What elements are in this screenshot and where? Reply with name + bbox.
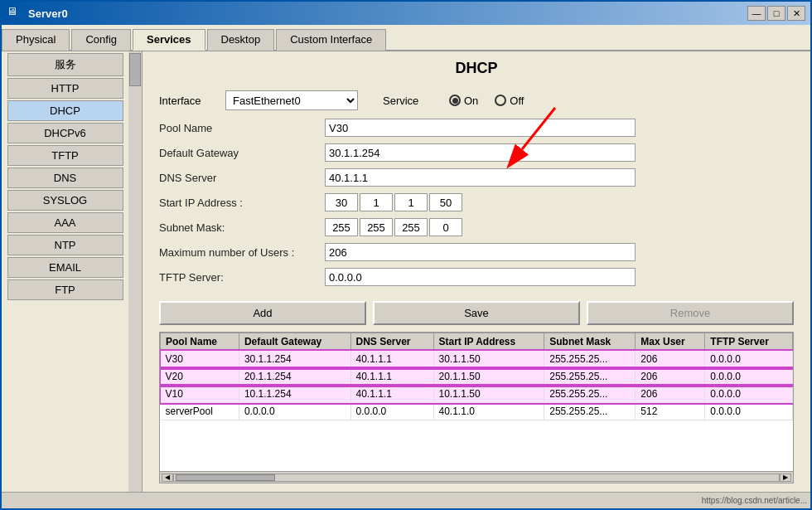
- table-cell-3-0: serverPool: [161, 403, 239, 420]
- add-button[interactable]: Add: [159, 301, 366, 325]
- panel-title: DHCP: [159, 60, 794, 77]
- table-cell-0-3: 30.1.1.50: [433, 351, 544, 368]
- max-users-label: Maximum number of Users :: [159, 246, 325, 259]
- scroll-track[interactable]: [173, 474, 780, 482]
- table-cell-0-1: 30.1.1.254: [239, 351, 350, 368]
- pool-name-input[interactable]: [325, 119, 636, 137]
- tab-physical[interactable]: Physical: [2, 29, 70, 51]
- main-panel: DHCP Interface FastEthernet0 Service On …: [143, 51, 810, 492]
- window: 🖥 Server0 — □ ✕ Physical Config Services…: [0, 0, 812, 510]
- sidebar-item-http[interactable]: HTTP: [7, 78, 123, 99]
- table-header-row: Pool Name Default Gateway DNS Server Sta…: [161, 333, 793, 351]
- remove-button[interactable]: Remove: [587, 301, 794, 325]
- window-title: Server0: [28, 7, 747, 20]
- table-row[interactable]: V1010.1.1.25440.1.1.110.1.1.50255.255.25…: [161, 386, 793, 403]
- maximize-button[interactable]: □: [767, 6, 785, 21]
- tftp-server-row: TFTP Server:: [159, 268, 794, 286]
- table-cell-1-4: 255.255.25...: [544, 368, 636, 386]
- radio-on[interactable]: On: [449, 95, 478, 107]
- tftp-server-input[interactable]: [325, 268, 636, 286]
- sidebar-item-aaa[interactable]: AAA: [7, 212, 123, 233]
- scroll-thumb[interactable]: [176, 474, 275, 481]
- default-gateway-input[interactable]: [325, 143, 636, 162]
- table-cell-1-2: 40.1.1.1: [350, 368, 433, 386]
- sidebar-inner: 服务 HTTP DHCP DHCPv6 TFTP DNS SYSLOG AAA …: [2, 51, 142, 492]
- start-ip-part1[interactable]: [325, 193, 358, 211]
- subnet-mask-part2[interactable]: [360, 218, 393, 236]
- window-icon: 🖥: [7, 5, 23, 22]
- radio-group: On Off: [449, 95, 524, 107]
- start-ip-part2[interactable]: [360, 193, 393, 211]
- subnet-mask-part3[interactable]: [394, 218, 428, 236]
- col-max-user: Max User: [636, 333, 705, 351]
- content-area: 服务 HTTP DHCP DHCPv6 TFTP DNS SYSLOG AAA …: [2, 51, 810, 492]
- col-tftp-server: TFTP Server: [705, 333, 793, 351]
- dhcp-table: Pool Name Default Gateway DNS Server Sta…: [160, 333, 793, 420]
- table-cell-2-6: 0.0.0.0: [705, 386, 793, 403]
- default-gateway-label: Default Gateway: [159, 147, 325, 159]
- table-cell-3-5: 512: [636, 403, 705, 420]
- tab-services[interactable]: Services: [133, 29, 205, 51]
- table-cell-1-1: 20.1.1.254: [239, 368, 350, 386]
- table-cell-3-1: 0.0.0.0: [239, 403, 350, 420]
- radio-off-label: Off: [510, 95, 524, 107]
- interface-row: Interface FastEthernet0 Service On Off: [159, 90, 794, 110]
- sidebar-item-dns[interactable]: DNS: [7, 168, 123, 188]
- tab-config[interactable]: Config: [71, 29, 131, 51]
- sidebar-item-dhcpv6[interactable]: DHCPv6: [7, 123, 123, 143]
- scroll-left-btn[interactable]: ◀: [162, 474, 173, 482]
- table-row[interactable]: serverPool0.0.0.00.0.0.040.1.1.0255.255.…: [161, 403, 793, 420]
- title-bar: 🖥 Server0 — □ ✕: [2, 2, 810, 25]
- default-gateway-row: Default Gateway: [159, 143, 794, 162]
- save-button[interactable]: Save: [373, 301, 580, 325]
- sidebar-item-tftp[interactable]: TFTP: [7, 145, 123, 166]
- sidebar-item-email[interactable]: EMAIL: [7, 257, 123, 278]
- interface-label: Interface: [159, 95, 225, 107]
- start-ip-part3[interactable]: [394, 193, 428, 211]
- sidebar-item-syslog[interactable]: SYSLOG: [7, 190, 123, 211]
- table-scroll-area[interactable]: Pool Name Default Gateway DNS Server Sta…: [160, 333, 793, 471]
- subnet-mask-part1[interactable]: [325, 218, 358, 236]
- sidebar-scrollbar[interactable]: [128, 51, 142, 492]
- table-cell-0-6: 0.0.0.0: [705, 351, 793, 368]
- service-label: Service: [383, 95, 441, 107]
- table-row[interactable]: V3030.1.1.25440.1.1.130.1.1.50255.255.25…: [161, 351, 793, 368]
- sidebar-item-ftp[interactable]: FTP: [7, 279, 123, 300]
- start-ip-label: Start IP Address :: [159, 197, 325, 209]
- horizontal-scrollbar[interactable]: ◀ ▶: [160, 471, 793, 483]
- max-users-input[interactable]: [325, 243, 636, 261]
- col-dns-server: DNS Server: [350, 333, 433, 351]
- dns-server-input[interactable]: [325, 168, 636, 187]
- minimize-button[interactable]: —: [747, 6, 766, 21]
- table-cell-1-5: 206: [636, 368, 705, 386]
- start-ip-part4[interactable]: [429, 193, 462, 211]
- table-row[interactable]: V2020.1.1.25440.1.1.120.1.1.50255.255.25…: [161, 368, 793, 386]
- col-default-gateway: Default Gateway: [239, 333, 350, 351]
- table-cell-2-5: 206: [636, 386, 705, 403]
- action-buttons: Add Save Remove: [159, 301, 794, 325]
- scroll-right-btn[interactable]: ▶: [780, 474, 791, 482]
- pool-name-row: Pool Name: [159, 119, 794, 137]
- radio-off[interactable]: Off: [495, 95, 524, 107]
- close-button[interactable]: ✕: [787, 6, 805, 21]
- table-cell-3-4: 255.255.25...: [544, 403, 636, 420]
- subnet-mask-part4[interactable]: [429, 218, 462, 236]
- table-cell-3-6: 0.0.0.0: [705, 403, 793, 420]
- sidebar-item-ntp[interactable]: NTP: [7, 235, 123, 255]
- status-url: https://blog.csdn.net/article...: [702, 496, 807, 505]
- subnet-mask-label: Subnet Mask:: [159, 221, 325, 234]
- interface-select[interactable]: FastEthernet0: [225, 90, 358, 110]
- sidebar-scroll-thumb[interactable]: [129, 53, 141, 86]
- radio-off-circle[interactable]: [495, 95, 506, 106]
- start-ip-row: Start IP Address :: [159, 193, 794, 211]
- radio-on-circle[interactable]: [449, 95, 461, 106]
- col-pool-name: Pool Name: [161, 333, 239, 351]
- table-cell-0-5: 206: [636, 351, 705, 368]
- table-cell-2-3: 10.1.1.50: [433, 386, 544, 403]
- tftp-server-label: TFTP Server:: [159, 271, 325, 284]
- sidebar-item-services-top[interactable]: 服务: [7, 53, 123, 76]
- tab-desktop[interactable]: Desktop: [207, 29, 275, 51]
- start-ip-parts: [325, 193, 462, 211]
- sidebar-item-dhcp[interactable]: DHCP: [7, 100, 123, 121]
- tab-custom-interface[interactable]: Custom Interface: [276, 29, 386, 51]
